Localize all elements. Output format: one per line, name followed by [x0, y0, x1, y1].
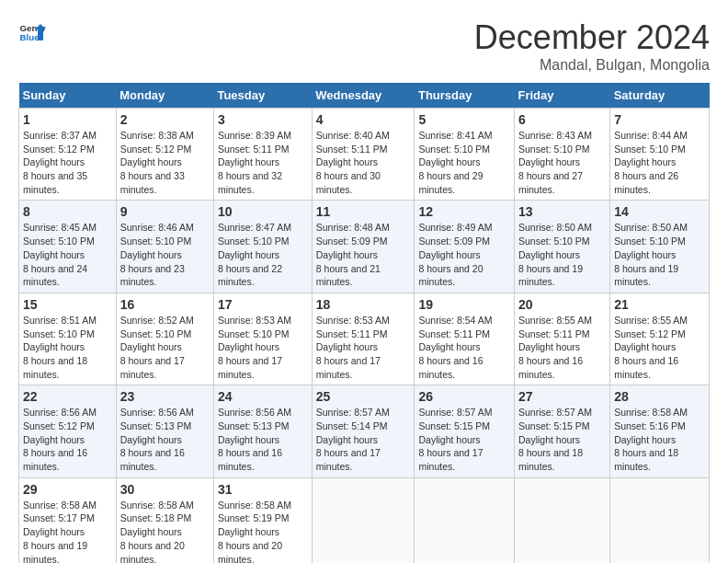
daylight-label: Daylight hours: [23, 341, 85, 352]
day-info: Sunrise: 8:58 AM Sunset: 5:16 PM Dayligh…: [614, 406, 705, 473]
daylight-label: Daylight hours: [120, 526, 182, 537]
sunset-label: Sunset: 5:11 PM: [218, 144, 290, 155]
daylight-duration: 8 hours and 26 minutes.: [614, 170, 678, 195]
day-info: Sunrise: 8:38 AM Sunset: 5:12 PM Dayligh…: [120, 129, 210, 196]
table-row: 29 Sunrise: 8:58 AM Sunset: 5:17 PM Dayl…: [19, 477, 117, 563]
sunset-label: Sunset: 5:10 PM: [614, 144, 686, 155]
table-row: 24 Sunrise: 8:56 AM Sunset: 5:13 PM Dayl…: [213, 385, 312, 477]
sunrise-label: Sunrise: 8:49 AM: [418, 222, 492, 233]
daylight-label: Daylight hours: [120, 156, 182, 167]
day-info: Sunrise: 8:49 AM Sunset: 5:09 PM Dayligh…: [418, 221, 509, 288]
daylight-duration: 8 hours and 24 minutes.: [23, 263, 87, 288]
day-number: 16: [120, 297, 210, 312]
day-info: Sunrise: 8:41 AM Sunset: 5:10 PM Dayligh…: [418, 129, 509, 196]
day-number: 3: [218, 112, 308, 127]
week-row-4: 22 Sunrise: 8:56 AM Sunset: 5:12 PM Dayl…: [19, 385, 710, 477]
day-number: 10: [218, 204, 308, 219]
sunrise-label: Sunrise: 8:57 AM: [316, 407, 390, 418]
sunrise-label: Sunrise: 8:43 AM: [518, 130, 592, 141]
header-saturday: Saturday: [610, 83, 710, 109]
sunset-label: Sunset: 5:15 PM: [418, 420, 490, 431]
daylight-duration: 8 hours and 16 minutes.: [614, 355, 678, 380]
sunrise-label: Sunrise: 8:44 AM: [614, 130, 688, 141]
daylight-duration: 8 hours and 18 minutes.: [518, 447, 583, 472]
daylight-label: Daylight hours: [614, 156, 676, 167]
daylight-duration: 8 hours and 20 minutes.: [218, 540, 282, 563]
header-monday: Monday: [116, 83, 213, 109]
sunset-label: Sunset: 5:12 PM: [614, 328, 686, 339]
table-row: 18 Sunrise: 8:53 AM Sunset: 5:11 PM Dayl…: [312, 293, 415, 385]
sunset-label: Sunset: 5:10 PM: [23, 236, 95, 247]
daylight-label: Daylight hours: [418, 156, 480, 167]
sunrise-label: Sunrise: 8:55 AM: [614, 315, 688, 326]
week-row-3: 15 Sunrise: 8:51 AM Sunset: 5:10 PM Dayl…: [19, 293, 710, 385]
day-number: 7: [614, 112, 705, 127]
day-info: Sunrise: 8:47 AM Sunset: 5:10 PM Dayligh…: [218, 221, 308, 288]
sunset-label: Sunset: 5:10 PM: [120, 328, 192, 339]
day-info: Sunrise: 8:45 AM Sunset: 5:10 PM Dayligh…: [23, 221, 112, 288]
daylight-duration: 8 hours and 17 minutes.: [120, 355, 185, 380]
daylight-duration: 8 hours and 16 minutes.: [23, 447, 87, 472]
daylight-label: Daylight hours: [614, 341, 676, 352]
table-row: 4 Sunrise: 8:40 AM Sunset: 5:11 PM Dayli…: [312, 109, 415, 201]
table-row: [312, 477, 415, 563]
daylight-duration: 8 hours and 30 minutes.: [316, 170, 381, 195]
day-info: Sunrise: 8:58 AM Sunset: 5:19 PM Dayligh…: [218, 499, 308, 563]
sunrise-label: Sunrise: 8:58 AM: [23, 500, 97, 511]
sunset-label: Sunset: 5:10 PM: [614, 236, 686, 247]
sunrise-label: Sunrise: 8:39 AM: [218, 130, 291, 141]
daylight-label: Daylight hours: [518, 434, 580, 445]
table-row: [415, 477, 514, 563]
calendar-table: Sunday Monday Tuesday Wednesday Thursday…: [18, 83, 710, 563]
day-info: Sunrise: 8:55 AM Sunset: 5:12 PM Dayligh…: [614, 314, 705, 381]
sunset-label: Sunset: 5:10 PM: [23, 328, 95, 339]
sunrise-label: Sunrise: 8:47 AM: [218, 222, 291, 233]
day-info: Sunrise: 8:56 AM Sunset: 5:13 PM Dayligh…: [120, 406, 210, 473]
day-number: 31: [218, 482, 308, 497]
sunrise-label: Sunrise: 8:41 AM: [418, 130, 492, 141]
logo-icon: General Blue: [18, 18, 46, 46]
week-row-5: 29 Sunrise: 8:58 AM Sunset: 5:17 PM Dayl…: [19, 477, 710, 563]
day-info: Sunrise: 8:57 AM Sunset: 5:14 PM Dayligh…: [316, 406, 411, 473]
week-row-2: 8 Sunrise: 8:45 AM Sunset: 5:10 PM Dayli…: [19, 201, 710, 293]
sunset-label: Sunset: 5:16 PM: [614, 420, 686, 431]
sunrise-label: Sunrise: 8:45 AM: [23, 222, 97, 233]
table-row: 8 Sunrise: 8:45 AM Sunset: 5:10 PM Dayli…: [19, 201, 117, 293]
daylight-duration: 8 hours and 35 minutes.: [23, 170, 87, 195]
day-number: 6: [518, 112, 606, 127]
day-info: Sunrise: 8:46 AM Sunset: 5:10 PM Dayligh…: [120, 221, 210, 288]
title-section: December 2024 Mandal, Bulgan, Mongolia: [474, 18, 710, 74]
table-row: [514, 477, 609, 563]
table-row: 10 Sunrise: 8:47 AM Sunset: 5:10 PM Dayl…: [213, 201, 312, 293]
day-info: Sunrise: 8:50 AM Sunset: 5:10 PM Dayligh…: [518, 221, 606, 288]
daylight-label: Daylight hours: [614, 249, 676, 260]
daylight-duration: 8 hours and 23 minutes.: [120, 263, 185, 288]
table-row: 3 Sunrise: 8:39 AM Sunset: 5:11 PM Dayli…: [213, 109, 312, 201]
table-row: 19 Sunrise: 8:54 AM Sunset: 5:11 PM Dayl…: [415, 293, 514, 385]
sunset-label: Sunset: 5:12 PM: [23, 420, 95, 431]
table-row: 28 Sunrise: 8:58 AM Sunset: 5:16 PM Dayl…: [610, 385, 710, 477]
day-info: Sunrise: 8:44 AM Sunset: 5:10 PM Dayligh…: [614, 129, 705, 196]
sunrise-label: Sunrise: 8:58 AM: [120, 500, 194, 511]
table-row: 15 Sunrise: 8:51 AM Sunset: 5:10 PM Dayl…: [19, 293, 117, 385]
day-number: 19: [418, 297, 509, 312]
daylight-label: Daylight hours: [418, 341, 480, 352]
day-info: Sunrise: 8:39 AM Sunset: 5:11 PM Dayligh…: [218, 129, 308, 196]
sunset-label: Sunset: 5:14 PM: [316, 420, 388, 431]
table-row: 7 Sunrise: 8:44 AM Sunset: 5:10 PM Dayli…: [610, 109, 710, 201]
sunrise-label: Sunrise: 8:40 AM: [316, 130, 390, 141]
daylight-label: Daylight hours: [120, 434, 182, 445]
daylight-duration: 8 hours and 17 minutes.: [316, 355, 381, 380]
table-row: 23 Sunrise: 8:56 AM Sunset: 5:13 PM Dayl…: [116, 385, 213, 477]
day-number: 20: [518, 297, 606, 312]
sunset-label: Sunset: 5:13 PM: [218, 420, 290, 431]
table-row: 11 Sunrise: 8:48 AM Sunset: 5:09 PM Dayl…: [312, 201, 415, 293]
day-number: 24: [218, 389, 308, 404]
daylight-duration: 8 hours and 20 minutes.: [120, 540, 185, 563]
daylight-label: Daylight hours: [518, 341, 580, 352]
day-info: Sunrise: 8:51 AM Sunset: 5:10 PM Dayligh…: [23, 314, 112, 381]
sunrise-label: Sunrise: 8:50 AM: [614, 222, 688, 233]
daylight-duration: 8 hours and 33 minutes.: [120, 170, 185, 195]
day-number: 21: [614, 297, 705, 312]
header-sunday: Sunday: [19, 83, 117, 109]
